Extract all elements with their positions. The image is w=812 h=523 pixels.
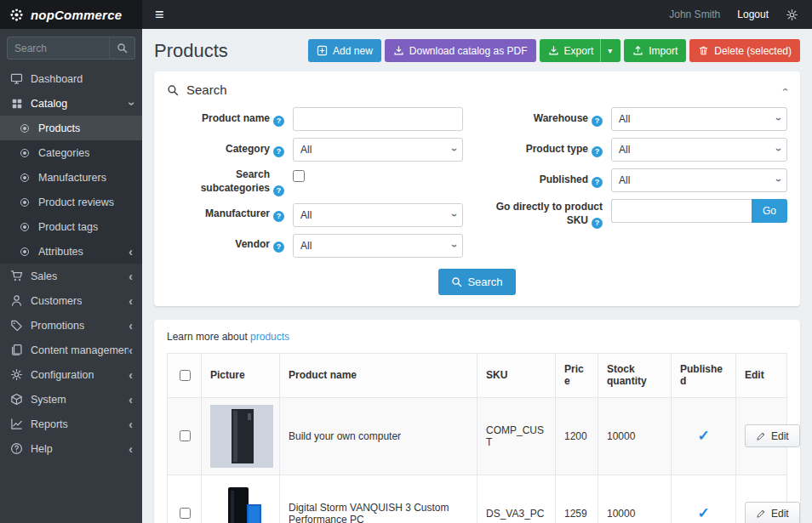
sidebar-item-sales[interactable]: Sales ‹ xyxy=(0,264,142,288)
manufacturer-select[interactable]: All ‹ xyxy=(293,203,463,227)
help-icon[interactable]: ? xyxy=(592,218,603,229)
sidebar-item-categories[interactable]: Categories xyxy=(0,140,142,165)
search-panel-title: Search xyxy=(186,82,227,97)
sidebar-item-products[interactable]: Products xyxy=(0,116,142,140)
product-name-input[interactable] xyxy=(293,107,463,131)
search-panel: Search ‹ Product name? Category? All xyxy=(154,71,800,306)
sidebar-item-label: Products xyxy=(38,122,80,134)
help-icon[interactable]: ? xyxy=(273,211,284,222)
export-button[interactable]: Export ▾ xyxy=(540,39,621,62)
search-icon xyxy=(451,276,462,287)
upload-icon xyxy=(632,45,643,56)
files-icon xyxy=(9,344,24,356)
published-select[interactable]: All ‹ xyxy=(611,168,787,192)
help-icon[interactable]: ? xyxy=(273,242,284,253)
settings-gear-icon[interactable] xyxy=(786,9,798,21)
product-type-select-value: All xyxy=(619,144,630,156)
sidebar-item-customers[interactable]: Customers ‹ xyxy=(0,288,142,313)
sidebar-item-attributes[interactable]: Attributes ‹ xyxy=(0,239,142,264)
stock-cell: 10000 xyxy=(598,475,672,523)
sidebar-item-content-management[interactable]: Content management ‹ xyxy=(0,338,142,362)
help-icon[interactable]: ? xyxy=(273,146,284,157)
products-panel: Learn more about products Picture Produc… xyxy=(154,320,800,523)
sidebar-item-label: Sales xyxy=(31,270,57,282)
table-row: Build your own computer COMP_CUST 1200 1… xyxy=(168,397,787,475)
chevron-left-icon: ‹ xyxy=(129,443,133,455)
sidebar-item-reports[interactable]: Reports ‹ xyxy=(0,412,142,436)
download-pdf-label: Download catalog as PDF xyxy=(409,45,528,57)
manufacturer-label: Manufacturer xyxy=(205,207,270,219)
published-check-icon: ✓ xyxy=(697,428,709,444)
chevron-left-icon: ‹ xyxy=(129,246,133,258)
delete-selected-button[interactable]: Delete (selected) xyxy=(689,39,800,62)
help-icon[interactable]: ? xyxy=(592,116,603,127)
search-button[interactable]: Search xyxy=(438,269,515,295)
sidebar-item-configuration[interactable]: Configuration ‹ xyxy=(0,362,142,387)
warehouse-select[interactable]: All ‹ xyxy=(611,107,787,131)
table-row: Digital Storm VANQUISH 3 Custom Performa… xyxy=(168,475,787,523)
product-name-cell: Build your own computer xyxy=(280,397,477,475)
products-table: Picture Product name SKU Price Stock qua… xyxy=(167,353,787,523)
collapse-panel-icon[interactable]: ‹ xyxy=(780,88,791,91)
product-type-select[interactable]: All ‹ xyxy=(611,138,787,162)
export-dropdown-caret[interactable]: ▾ xyxy=(600,39,612,62)
row-checkbox[interactable] xyxy=(180,430,191,441)
sidebar-item-promotions[interactable]: Promotions ‹ xyxy=(0,313,142,338)
add-new-button[interactable]: Add new xyxy=(308,39,381,62)
search-subcategories-checkbox[interactable] xyxy=(293,170,305,182)
help-icon[interactable]: ? xyxy=(592,177,603,188)
select-all-checkbox[interactable] xyxy=(180,370,191,381)
category-select[interactable]: All ‹ xyxy=(293,138,463,162)
price-cell: 1200 xyxy=(556,397,598,475)
import-button[interactable]: Import xyxy=(624,39,686,62)
help-icon[interactable]: ? xyxy=(273,185,284,196)
dashboard-icon xyxy=(9,72,24,85)
sidebar-item-catalog[interactable]: Catalog ‹ xyxy=(0,91,142,116)
edit-button-label: Edit xyxy=(771,430,789,442)
edit-button[interactable]: Edit xyxy=(745,502,800,523)
download-pdf-button[interactable]: Download catalog as PDF xyxy=(385,39,536,62)
table-header-row: Picture Product name SKU Price Stock qua… xyxy=(168,353,787,397)
cube-icon xyxy=(9,393,24,406)
row-checkbox[interactable] xyxy=(180,508,191,519)
help-icon[interactable]: ? xyxy=(273,116,284,127)
product-name-cell: Digital Storm VANQUISH 3 Custom Performa… xyxy=(280,475,477,523)
sidebar-item-product-reviews[interactable]: Product reviews xyxy=(0,190,142,214)
product-type-label: Product type xyxy=(526,143,588,155)
search-panel-header[interactable]: Search ‹ xyxy=(167,82,787,97)
sidebar-item-product-tags[interactable]: Product tags xyxy=(0,214,142,239)
sidebar-search-button[interactable] xyxy=(109,37,134,59)
go-to-sku-label: Go directly to product SKU xyxy=(496,201,603,226)
sidebar-item-help[interactable]: Help ‹ xyxy=(0,436,142,461)
sidebar-toggle-icon[interactable]: ≡ xyxy=(142,7,177,22)
cart-icon xyxy=(9,270,24,282)
sidebar-item-label: Product reviews xyxy=(38,196,114,208)
column-header-product-name: Product name xyxy=(280,353,477,397)
question-circle-icon xyxy=(9,442,24,455)
sidebar-item-label: System xyxy=(31,394,66,406)
stock-cell: 10000 xyxy=(598,397,672,475)
sidebar-item-manufacturers[interactable]: Manufacturers xyxy=(0,165,142,190)
manufacturer-select-value: All xyxy=(300,209,312,221)
brand-logo[interactable]: nopCommerce xyxy=(0,0,142,29)
logout-link[interactable]: Logout xyxy=(737,9,769,20)
go-button[interactable]: Go xyxy=(752,199,787,223)
topbar: nopCommerce ≡ John Smith Logout xyxy=(0,0,812,29)
edit-button[interactable]: Edit xyxy=(745,424,800,447)
dot-circle-icon xyxy=(17,198,31,207)
products-docs-link[interactable]: products xyxy=(250,331,289,343)
sidebar-item-label: Attributes xyxy=(38,246,83,258)
sku-cell: DS_VA3_PC xyxy=(477,475,556,523)
chevron-down-icon: ‹ xyxy=(449,244,459,247)
sidebar-item-dashboard[interactable]: Dashboard xyxy=(0,66,142,91)
sidebar-item-label: Manufacturers xyxy=(38,172,106,184)
sidebar-item-system[interactable]: System ‹ xyxy=(0,387,142,412)
vendor-select[interactable]: All ‹ xyxy=(293,234,463,258)
chevron-left-icon: ‹ xyxy=(129,270,133,282)
help-icon[interactable]: ? xyxy=(592,146,603,157)
tag-icon xyxy=(9,319,24,332)
user-name[interactable]: John Smith xyxy=(669,9,720,20)
go-to-sku-input[interactable] xyxy=(611,199,752,223)
sidebar-search-input[interactable] xyxy=(8,37,109,59)
search-icon xyxy=(167,84,179,96)
